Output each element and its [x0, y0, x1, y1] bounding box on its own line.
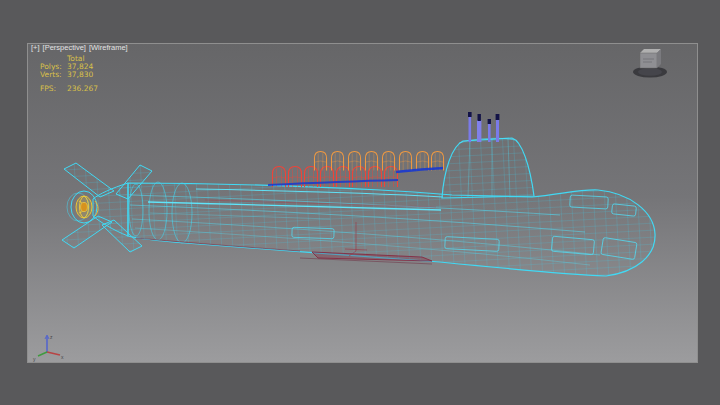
axis-y-label: y [33, 356, 36, 362]
axis-x-label: x [61, 354, 64, 360]
periscope-masts[interactable] [468, 112, 499, 142]
submarine-wireframe[interactable] [62, 112, 655, 276]
submarine-hull[interactable] [93, 182, 655, 276]
world-axis-gizmo: z x y [33, 334, 64, 362]
viewport-canvas[interactable]: z x y [0, 0, 720, 405]
viewcube-icon[interactable] [633, 49, 667, 78]
axis-z-label: z [50, 334, 53, 340]
hatch-base-strips [268, 168, 443, 185]
sail[interactable] [442, 138, 534, 198]
